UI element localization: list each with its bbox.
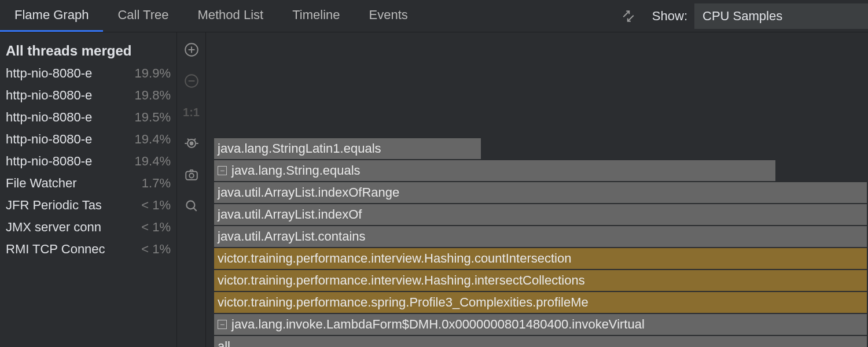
zoom-out-icon bbox=[181, 71, 202, 91]
search-icon[interactable] bbox=[181, 195, 202, 216]
screenshot-icon[interactable] bbox=[181, 164, 202, 185]
thread-row[interactable]: http-nio-8080-e19.4% bbox=[0, 128, 176, 150]
flame-area[interactable]: java.lang.StringLatin1.equals−java.lang.… bbox=[206, 32, 868, 347]
flame-row: java.lang.StringLatin1.equals bbox=[214, 138, 868, 160]
flame-frame-label: java.lang.String.equals bbox=[231, 163, 361, 178]
flame-row: −java.lang.String.equals bbox=[214, 160, 868, 182]
tab-flame-graph[interactable]: Flame Graph bbox=[0, 0, 103, 32]
thread-name: JFR Periodic Tas bbox=[6, 198, 102, 213]
thread-row[interactable]: http-nio-8080-e19.8% bbox=[0, 84, 176, 106]
tab-method-list[interactable]: Method List bbox=[183, 0, 278, 32]
thread-pct: 19.4% bbox=[135, 154, 171, 169]
threads-sidebar: All threads merged http-nio-8080-e19.9%h… bbox=[0, 32, 177, 347]
flame-frame-label: victor.training.performance.spring.Profi… bbox=[218, 295, 589, 310]
flame-frame[interactable]: all bbox=[214, 336, 868, 347]
thread-pct: 19.9% bbox=[135, 66, 171, 81]
flame-frame[interactable]: java.util.ArrayList.indexOf bbox=[214, 204, 868, 225]
flame-row: java.util.ArrayList.indexOf bbox=[214, 204, 868, 226]
thread-row[interactable]: RMI TCP Connec< 1% bbox=[0, 238, 176, 260]
thread-name: http-nio-8080-e bbox=[6, 132, 92, 147]
flame-frame-label: java.util.ArrayList.indexOfRange bbox=[218, 185, 399, 200]
flame-frame[interactable]: java.lang.StringLatin1.equals bbox=[214, 138, 482, 159]
thread-row[interactable]: http-nio-8080-e19.4% bbox=[0, 150, 176, 172]
presentation-icon[interactable] bbox=[181, 133, 202, 154]
thread-name: RMI TCP Connec bbox=[6, 242, 105, 257]
topbar: Flame Graph Call Tree Method List Timeli… bbox=[0, 0, 868, 32]
collapse-icon[interactable]: − bbox=[218, 166, 227, 175]
thread-pct: 19.4% bbox=[135, 132, 171, 147]
flame-frame-label: victor.training.performance.interview.Ha… bbox=[218, 251, 571, 266]
thread-name: File Watcher bbox=[6, 176, 77, 191]
tab-events[interactable]: Events bbox=[355, 0, 422, 32]
tab-call-tree[interactable]: Call Tree bbox=[103, 0, 183, 32]
flame-row: java.util.ArrayList.indexOfRange bbox=[214, 182, 868, 204]
thread-pct: 19.5% bbox=[135, 110, 171, 125]
collapse-icon[interactable]: − bbox=[218, 320, 227, 329]
svg-rect-4 bbox=[186, 172, 197, 180]
one-to-one-icon: 1:1 bbox=[181, 102, 202, 123]
threads-header-label: All threads merged bbox=[6, 43, 131, 59]
focus-icon[interactable] bbox=[616, 4, 641, 28]
thread-pct: < 1% bbox=[141, 220, 171, 235]
svg-point-5 bbox=[189, 174, 194, 178]
show-label: Show: bbox=[652, 9, 687, 24]
thread-name: http-nio-8080-e bbox=[6, 66, 92, 81]
thread-pct: 19.8% bbox=[135, 88, 171, 103]
show-group: Show: CPU Samples bbox=[652, 3, 868, 29]
svg-point-3 bbox=[190, 142, 193, 145]
thread-row[interactable]: http-nio-8080-e19.9% bbox=[0, 62, 176, 84]
flame-frame-label: victor.training.performance.interview.Ha… bbox=[218, 273, 585, 288]
thread-row[interactable]: JFR Periodic Tas< 1% bbox=[0, 194, 176, 216]
flame-frame-label: java.util.ArrayList.indexOf bbox=[218, 207, 362, 222]
flame-row: java.util.ArrayList.contains bbox=[214, 226, 868, 248]
flame-row: all bbox=[214, 335, 868, 347]
thread-row[interactable]: http-nio-8080-e19.5% bbox=[0, 106, 176, 128]
thread-name: http-nio-8080-e bbox=[6, 110, 92, 125]
flame-frame[interactable]: java.util.ArrayList.contains bbox=[214, 226, 868, 247]
flame-row: victor.training.performance.spring.Profi… bbox=[214, 291, 868, 313]
flame-frame[interactable]: victor.training.performance.spring.Profi… bbox=[214, 292, 868, 313]
tab-timeline[interactable]: Timeline bbox=[278, 0, 354, 32]
thread-name: http-nio-8080-e bbox=[6, 154, 92, 169]
flame-frame-label: java.lang.invoke.LambdaForm$DMH.0x000000… bbox=[231, 317, 645, 332]
show-select[interactable]: CPU Samples bbox=[694, 3, 868, 29]
flame-frame-label: all bbox=[218, 339, 230, 347]
flame-toolbar: 1:1 bbox=[177, 32, 206, 347]
thread-pct: 1.7% bbox=[142, 176, 171, 191]
flame-frame[interactable]: java.util.ArrayList.indexOfRange bbox=[214, 182, 868, 203]
flame-frame[interactable]: victor.training.performance.interview.Ha… bbox=[214, 270, 868, 291]
flame-frame[interactable]: −java.lang.invoke.LambdaForm$DMH.0x00000… bbox=[214, 314, 868, 335]
thread-name: JMX server conn bbox=[6, 220, 101, 235]
flame-frame[interactable]: victor.training.performance.interview.Ha… bbox=[214, 248, 868, 269]
thread-pct: < 1% bbox=[141, 242, 171, 257]
thread-row[interactable]: File Watcher1.7% bbox=[0, 172, 176, 194]
tabs: Flame Graph Call Tree Method List Timeli… bbox=[0, 0, 422, 32]
thread-row[interactable]: JMX server conn< 1% bbox=[0, 216, 176, 238]
flame-row: victor.training.performance.interview.Ha… bbox=[214, 270, 868, 291]
thread-name: http-nio-8080-e bbox=[6, 88, 92, 103]
flame-frame-label: java.util.ArrayList.contains bbox=[218, 229, 366, 244]
thread-pct: < 1% bbox=[141, 198, 171, 213]
zoom-in-icon[interactable] bbox=[181, 39, 202, 60]
flame-frame-label: java.lang.StringLatin1.equals bbox=[218, 141, 381, 156]
flame-frame[interactable]: −java.lang.String.equals bbox=[214, 160, 777, 181]
threads-header[interactable]: All threads merged bbox=[0, 39, 176, 62]
flame-row: victor.training.performance.interview.Ha… bbox=[214, 248, 868, 270]
flame-row: −java.lang.invoke.LambdaForm$DMH.0x00000… bbox=[214, 313, 868, 335]
